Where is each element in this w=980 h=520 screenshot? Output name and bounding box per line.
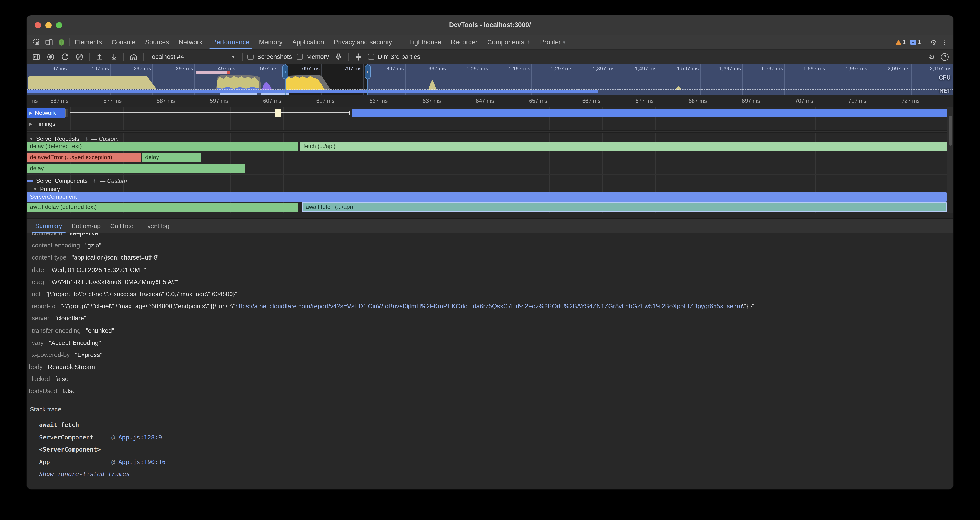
net-track-label: NET [940, 88, 951, 94]
event-label: delay [30, 165, 44, 172]
timings-track-label: Timings [35, 121, 55, 127]
event-bar-delay-deferred-text[interactable]: delay (deferred text) [27, 142, 298, 151]
record-icon[interactable] [46, 51, 56, 62]
track-resize-grip[interactable] [65, 109, 68, 117]
network-track-row: ▶ Network [27, 108, 953, 118]
event-label: delay (deferred text) [30, 143, 82, 149]
reload-record-icon[interactable] [60, 51, 70, 62]
ruler-tick-label: 637 ms [402, 98, 441, 104]
event-bar-delayederror-ayed-exception[interactable]: delayedError (...ayed exception) [27, 153, 141, 162]
tab-memory[interactable]: Memory [254, 35, 288, 49]
issues-indicator[interactable]: 1 [910, 39, 921, 45]
warnings-indicator[interactable]: 1 [896, 39, 906, 45]
profile-select[interactable]: localhost #4 ▼ [148, 53, 237, 60]
memory-checkbox[interactable] [297, 54, 303, 60]
timings-track-row[interactable]: ▶ Timings [27, 119, 953, 129]
tab-privacy-and-security[interactable]: Privacy and security [329, 35, 397, 49]
compress-timeline-icon[interactable] [353, 51, 363, 62]
event-bar-delay[interactable]: delay [27, 164, 245, 173]
details-tab-summary[interactable]: Summary [30, 218, 67, 234]
capture-settings-gear-icon[interactable]: ⚙ [929, 53, 935, 60]
home-icon[interactable] [129, 51, 138, 62]
toggle-device-toolbar-icon[interactable] [45, 38, 53, 46]
inspect-element-icon[interactable] [32, 38, 40, 46]
frame-name: App [39, 456, 111, 468]
tab-profiler[interactable]: Profiler⚛ [535, 35, 572, 49]
event-bar-await-delay-deferred-text[interactable]: await delay (deferred text) [27, 203, 298, 212]
more-options-kebab-icon[interactable]: ⋮ [941, 38, 948, 46]
server-components-title: Server Components [36, 178, 88, 184]
screenshots-checkbox[interactable] [247, 54, 254, 60]
tab-application[interactable]: Application [288, 35, 329, 49]
ruler-tick-label: 577 ms [83, 98, 122, 104]
overview-tick: 1,597 ms [659, 64, 701, 95]
dim-3rd-parties-checkbox[interactable] [368, 54, 374, 60]
tab-lighthouse[interactable]: Lighthouse [405, 35, 446, 49]
tab-network[interactable]: Network [174, 35, 207, 49]
details-tab-call-tree[interactable]: Call tree [105, 218, 138, 234]
tab-label: Components [487, 38, 524, 46]
settings-gear-icon[interactable]: ⚙ [930, 38, 937, 46]
event-bar-servercomponent[interactable]: ServerComponent [27, 192, 947, 202]
tab-label: Performance [212, 38, 250, 46]
tab-console[interactable]: Console [107, 35, 140, 49]
summary-value: "{\"group\":\"cf-nel\",\"max_age\":60480… [61, 302, 235, 310]
scrollbar-thumb[interactable] [948, 116, 952, 146]
summary-value: "application/json; charset=utf-8" [72, 254, 160, 261]
timeline-overview[interactable]: 97 ms197 ms297 ms397 ms497 ms597 ms697 m… [27, 64, 953, 95]
event-bar-delay[interactable]: delay [142, 153, 201, 162]
details-tab-bottom-up[interactable]: Bottom-up [67, 218, 105, 234]
details-tab-event-log[interactable]: Event log [138, 218, 174, 234]
memory-checkbox-group[interactable]: Memory [297, 53, 329, 60]
tab-list: ElementsConsoleSourcesNetworkPerformance… [70, 35, 572, 49]
overview-network-bar [27, 90, 598, 93]
help-icon[interactable]: ? [941, 53, 949, 60]
extension-icon[interactable] [57, 38, 65, 46]
show-ignore-listed-frames-link[interactable]: Show ignore-listed frames [39, 470, 130, 477]
overview-tick: 1,697 ms [701, 64, 743, 95]
tab-label: Profiler [540, 38, 561, 46]
frame-name: await fetch [39, 419, 111, 431]
cpu-track-label: CPU [939, 75, 951, 81]
network-request-bar[interactable] [352, 108, 947, 117]
summary-key: transfer-encoding [32, 327, 81, 334]
summary-key: etag [32, 278, 44, 286]
window-title: DevTools - localhost:3000/ [27, 21, 953, 29]
frame-source-link[interactable]: App.js:128:9 [118, 433, 162, 440]
save-profile-icon[interactable] [109, 51, 119, 62]
track-color-notch [27, 180, 33, 182]
flame-chart[interactable]: ms 567 ms577 ms587 ms597 ms607 ms617 ms6… [27, 95, 953, 213]
summary-link[interactable]: https://a.nel.cloudflare.com/report/v4?s… [235, 302, 742, 310]
tab-sources[interactable]: Sources [140, 35, 174, 49]
tab-recorder[interactable]: Recorder [446, 35, 482, 49]
network-track-header[interactable]: ▶ Network [27, 108, 65, 118]
selection-right-handle[interactable]: ‖ [364, 65, 371, 79]
screenshots-checkbox-group[interactable]: Screenshots [247, 53, 292, 60]
dim-3rd-parties-checkbox-group[interactable]: Dim 3rd parties [368, 53, 420, 60]
tab-elements[interactable]: Elements [70, 35, 107, 49]
event-bar-fetch-api[interactable]: fetch (.../api) [301, 142, 947, 151]
tab-label: Application [292, 38, 324, 46]
details-tab-label: Call tree [110, 223, 134, 230]
summary-key: bodyUsed [29, 388, 57, 395]
selection-left-handle[interactable]: ‖ [282, 65, 288, 79]
tab-performance[interactable]: Performance [207, 35, 255, 49]
tab-components[interactable]: Components⚛ [482, 35, 535, 49]
toggle-sidebar-icon[interactable] [31, 51, 41, 62]
load-profile-icon[interactable] [94, 51, 104, 62]
network-event-marker[interactable] [275, 108, 281, 117]
event-bar-await-fetch-api[interactable]: await fetch (.../api) [302, 202, 947, 212]
summary-value: \"}]}" [742, 302, 754, 310]
network-track-label: Network [35, 110, 56, 116]
ruler-tick-label: 617 ms [296, 98, 334, 104]
event-label: ServerComponent [30, 194, 77, 200]
toolbar-right: ⚙ ? [929, 53, 949, 60]
collect-garbage-icon[interactable] [334, 51, 344, 62]
overview-tick: 1,797 ms [743, 64, 785, 95]
clear-icon[interactable] [75, 51, 84, 62]
divider [242, 52, 243, 61]
overview-network-subbar [220, 93, 256, 95]
summary-key: report-to [32, 302, 56, 310]
divider [124, 52, 124, 61]
frame-source-link[interactable]: App.js:190:16 [118, 458, 165, 465]
